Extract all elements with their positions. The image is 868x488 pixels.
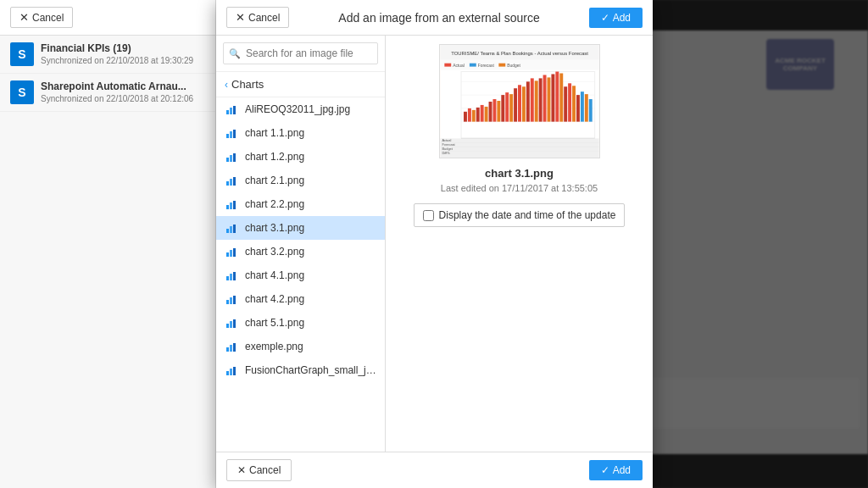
source-sync-0: Synchronized on 22/10/2018 at 19:30:29 (41, 56, 205, 65)
svg-rect-35 (233, 367, 236, 375)
svg-rect-57 (488, 102, 492, 122)
file-name-2: chart 1.2.png (245, 151, 376, 163)
svg-rect-76 (568, 83, 571, 121)
x-icon-modal: ✕ (236, 11, 245, 24)
file-name-9: chart 5.1.png (245, 317, 376, 329)
file-item-4[interactable]: chart 2.2.png (216, 192, 385, 216)
modal-header: ✕ Cancel Add an image from an external s… (216, 0, 653, 36)
source-info-0: Financial KPIs (19) Synchronized on 22/1… (41, 42, 205, 65)
preview-checkbox-wrap[interactable]: Display the date and time of the update (414, 203, 626, 227)
cancel-button-modal-top[interactable]: ✕ Cancel (226, 7, 289, 28)
file-icon-9 (225, 316, 238, 330)
search-box-wrap: 🔍 (223, 42, 378, 64)
svg-rect-34 (230, 369, 232, 375)
file-item-9[interactable]: chart 5.1.png (216, 311, 385, 335)
svg-rect-59 (497, 101, 500, 122)
svg-rect-64 (518, 85, 521, 121)
preview-image-wrap: TOURISME/ Teams & Plan Bookings - Actual… (394, 44, 644, 158)
modal-title: Add an image from an external source (289, 11, 588, 25)
source-item-0[interactable]: S Financial KPIs (19) Synchronized on 22… (0, 36, 215, 74)
svg-text:TOURISME/ Teams & Plan Booking: TOURISME/ Teams & Plan Bookings - Actual… (451, 51, 588, 56)
file-name-4: chart 2.2.png (245, 198, 376, 210)
check-icon-footer: ✓ (601, 464, 609, 476)
svg-rect-26 (233, 296, 236, 304)
svg-rect-72 (551, 74, 554, 121)
source-info-1: Sharepoint Automatic Arnau... Synchroniz… (41, 80, 205, 103)
file-icon-6 (225, 245, 238, 258)
svg-rect-67 (530, 78, 533, 121)
source-name-0: Financial KPIs (19) (41, 42, 205, 54)
search-input[interactable] (223, 42, 378, 64)
svg-rect-7 (230, 155, 232, 162)
svg-rect-20 (233, 248, 236, 257)
add-button-footer[interactable]: ✓ Add (589, 460, 643, 480)
svg-rect-25 (230, 297, 232, 304)
svg-text:Diff%: Diff% (442, 151, 450, 155)
preview-filename: chart 3.1.png (485, 167, 554, 180)
cancel-label-top: Cancel (32, 12, 64, 24)
display-date-checkbox[interactable] (423, 210, 434, 221)
svg-rect-31 (230, 345, 232, 352)
file-icon-10 (225, 340, 238, 353)
svg-rect-75 (564, 86, 567, 121)
svg-rect-16 (230, 226, 232, 233)
modal-body: 🔍 ‹ Charts AliREOQ32011_jpg.jpgchart 1.1… (216, 36, 653, 452)
file-item-3[interactable]: chart 2.1.png (216, 169, 385, 192)
svg-rect-11 (233, 177, 236, 186)
file-icon-11 (225, 363, 238, 377)
svg-rect-2 (233, 106, 236, 114)
cancel-label-footer: Cancel (249, 464, 281, 476)
svg-rect-73 (555, 72, 559, 122)
svg-text:Budget: Budget (507, 64, 520, 68)
file-item-5[interactable]: chart 3.1.png (216, 216, 385, 240)
source-panel: ✕ Cancel ✓ Add S Financial KPIs (19) Syn… (0, 0, 216, 488)
file-item-11[interactable]: FusionChartGraph_small_jpg.jpg (216, 358, 385, 382)
svg-rect-3 (226, 134, 229, 138)
source-panel-header: ✕ Cancel ✓ Add (0, 0, 215, 36)
folder-name: Charts (231, 78, 264, 91)
main-modal: ✕ Cancel Add an image from an external s… (216, 0, 653, 488)
file-name-7: chart 4.1.png (245, 269, 376, 281)
svg-rect-28 (230, 321, 232, 328)
svg-rect-42 (469, 64, 476, 67)
svg-rect-54 (476, 108, 479, 122)
cancel-button-footer[interactable]: ✕ Cancel (226, 459, 292, 481)
file-item-6[interactable]: chart 3.2.png (216, 240, 385, 263)
svg-rect-55 (480, 105, 483, 122)
file-panel: 🔍 ‹ Charts AliREOQ32011_jpg.jpgchart 1.1… (216, 36, 386, 452)
svg-rect-27 (226, 324, 229, 328)
file-icon-2 (225, 150, 238, 164)
file-item-0[interactable]: AliREOQ32011_jpg.jpg (216, 97, 385, 121)
file-icon-8 (225, 292, 238, 306)
file-name-3: chart 2.1.png (245, 175, 376, 186)
file-name-0: AliREOQ32011_jpg.jpg (245, 103, 376, 115)
svg-rect-12 (226, 205, 229, 209)
file-name-8: chart 4.2.png (245, 293, 376, 305)
file-item-10[interactable]: exemple.png (216, 335, 385, 358)
source-item-1[interactable]: S Sharepoint Automatic Arnau... Synchron… (0, 74, 215, 112)
svg-rect-14 (233, 201, 236, 209)
file-item-7[interactable]: chart 4.1.png (216, 263, 385, 287)
file-icon-3 (225, 174, 238, 187)
cancel-button-top[interactable]: ✕ Cancel (10, 7, 73, 28)
file-icon-4 (225, 197, 238, 211)
svg-rect-10 (230, 179, 232, 186)
display-date-label[interactable]: Display the date and time of the update (439, 209, 616, 221)
file-item-1[interactable]: chart 1.1.png (216, 121, 385, 145)
add-button-modal-top[interactable]: ✓ Add (589, 8, 643, 28)
svg-rect-13 (230, 202, 232, 209)
file-icon-7 (225, 269, 238, 282)
svg-rect-68 (534, 80, 537, 121)
folder-header[interactable]: ‹ Charts (216, 72, 385, 97)
file-item-2[interactable]: chart 1.2.png (216, 145, 385, 169)
check-icon-modal: ✓ (601, 12, 609, 24)
svg-rect-17 (233, 225, 236, 233)
svg-rect-77 (572, 86, 576, 121)
file-item-8[interactable]: chart 4.2.png (216, 287, 385, 311)
svg-rect-79 (580, 92, 583, 121)
source-icon-1: S (10, 80, 34, 104)
svg-rect-63 (514, 88, 517, 121)
svg-rect-21 (226, 276, 229, 280)
file-icon-1 (225, 126, 238, 140)
svg-rect-58 (492, 99, 496, 122)
